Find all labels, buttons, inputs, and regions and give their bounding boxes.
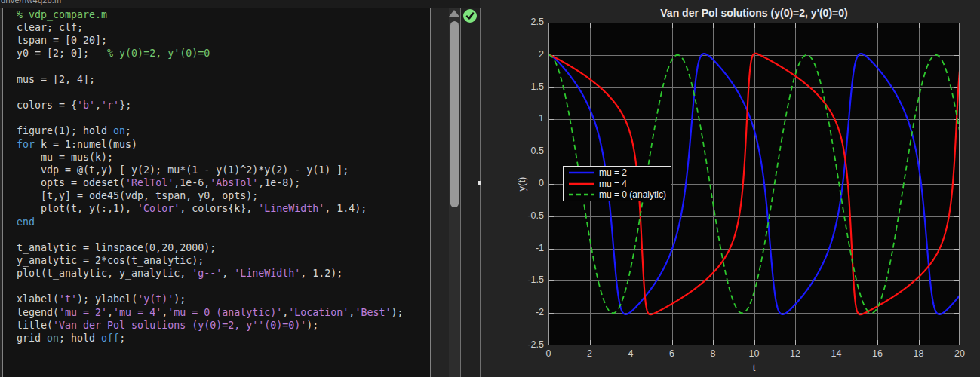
y-tick-label: 2.5 [506, 17, 544, 27]
code-line: t_analytic = linspace(0,20,2000); [17, 241, 403, 254]
y-tick-label: -2 [506, 307, 544, 317]
code-line: for k = 1:numel(mus) [17, 138, 403, 151]
code-lines: % vdp_compare.mclear; clf;tspan = [0 20]… [17, 8, 403, 345]
x-tick-label: 18 [904, 348, 934, 359]
legend-line-sample [567, 169, 597, 176]
legend-line-sample [567, 191, 597, 198]
code-line: y_analytic = 2*cos(t_analytic); [17, 254, 403, 267]
code-line: mu = mus(k); [17, 151, 403, 164]
y-tick-label: -0.5 [506, 210, 544, 221]
x-axis-label: t [548, 362, 960, 373]
code-line [17, 60, 403, 73]
code-line: legend('mu = 2','mu = 4','mu = 0 (analyt… [17, 306, 403, 319]
y-tick-label: -2.5 [506, 339, 544, 350]
y-axis-label: y(t) [516, 169, 528, 199]
code-line [17, 112, 403, 124]
code-line: grid on; hold off; [17, 332, 403, 345]
legend-line-sample [567, 180, 597, 188]
checkmark-icon [463, 9, 477, 23]
code-line: y0 = [2; 0]; % y(0)=2, y'(0)=0 [17, 47, 403, 60]
legend-entry: mu = 4 [564, 179, 671, 189]
legend-label: mu = 4 [599, 179, 627, 189]
code-line [17, 280, 403, 293]
code-line: end [17, 216, 403, 228]
scroll-up-arrow-icon[interactable] [449, 10, 459, 17]
y-tick-label: 1 [506, 113, 544, 124]
code-line: tspan = [0 20]; [17, 34, 403, 47]
splitter-handle[interactable] [478, 181, 481, 185]
code-line: colors = {'b','r'}; [17, 99, 403, 112]
code-line: mus = [2, 4]; [17, 73, 403, 86]
x-tick-label: 8 [698, 348, 728, 359]
matlab-online-workspace: drive/hw4q2b.m % vdp_compare.mclear; clf… [0, 0, 980, 377]
code-line: plot(t, y(:,1), 'Color', colors{k}, 'Lin… [17, 202, 403, 215]
plot-legend: mu = 2mu = 4mu = 0 (analytic) [563, 166, 671, 201]
legend-label: mu = 2 [599, 167, 627, 178]
code-line: clear; clf; [17, 21, 403, 34]
y-tick-label: -1.5 [506, 274, 544, 285]
legend-entry: mu = 0 (analytic) [564, 189, 671, 200]
legend-entry: mu = 2 [564, 167, 671, 178]
legend-label: mu = 0 (analytic) [599, 189, 666, 200]
editor-tab-strip: drive/hw4q2b.m [0, 0, 480, 8]
code-line [17, 228, 403, 241]
x-tick-label: 20 [945, 348, 975, 359]
code-line: [t,y] = ode45(vdp, tspan, y0, opts); [17, 189, 403, 202]
code-line: % vdp_compare.m [17, 8, 403, 21]
plot-title: Van der Pol solutions (y(0)=2, y'(0)=0) [548, 7, 960, 19]
code-line: title('Van der Pol solutions (y(0)=2, y'… [17, 319, 403, 332]
x-tick-label: 14 [822, 348, 852, 359]
x-tick-label: 6 [657, 348, 687, 359]
x-tick-label: 2 [575, 348, 605, 359]
code-line: opts = odeset('RelTol',1e-6,'AbsTol',1e-… [17, 176, 403, 189]
x-tick-label: 0 [533, 348, 564, 359]
file-tab[interactable]: drive/hw4q2b.m [1, 0, 61, 5]
y-tick-label: 2 [506, 49, 544, 60]
code-line: xlabel('t'); ylabel('y(t)'); [17, 293, 403, 305]
code-line [17, 86, 403, 99]
code-analyzer-check-icon [463, 9, 477, 23]
x-tick-label: 16 [862, 348, 892, 359]
code-line: vdp = @(t,y) [ y(2); mu*(1 - y(1)^2)*y(2… [17, 164, 403, 176]
x-tick-label: 12 [780, 348, 810, 359]
code-line: figure(1); hold on; [17, 124, 403, 137]
x-tick-label: 10 [739, 348, 770, 359]
code-editor[interactable]: % vdp_compare.mclear; clf;tspan = [0 20]… [2, 8, 431, 377]
x-tick-label: 4 [616, 348, 646, 359]
analyzer-gutter [461, 8, 480, 377]
y-tick-label: -1 [506, 243, 544, 253]
y-tick-label: 1.5 [506, 81, 544, 92]
scrollbar-thumb[interactable] [450, 21, 459, 207]
code-line: plot(t_analytic, y_analytic, 'g--', 'Lin… [17, 267, 403, 280]
y-tick-label: 0.5 [506, 146, 544, 156]
